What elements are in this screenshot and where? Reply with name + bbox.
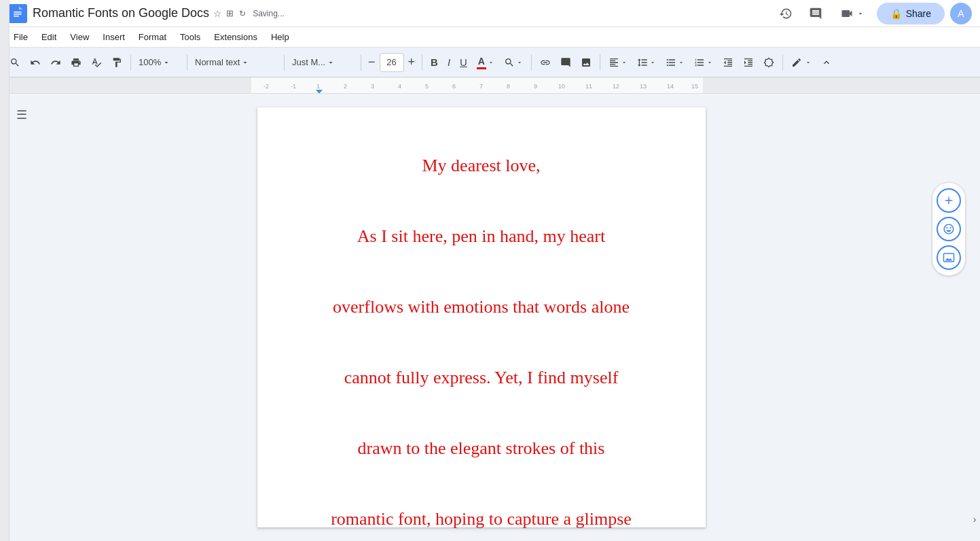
font-label: Just M... (292, 57, 325, 67)
svg-text:2: 2 (344, 83, 347, 90)
font-select[interactable]: Just M... (289, 52, 357, 73)
header-right: 🔒 Share A (774, 1, 972, 26)
sep7 (600, 54, 600, 71)
doc-icon (8, 4, 27, 23)
menu-insert[interactable]: Insert (97, 31, 130, 43)
doc-line-2 (312, 184, 651, 219)
italic-button[interactable]: I (443, 52, 454, 73)
menu-edit[interactable]: Edit (36, 31, 62, 43)
doc-line-10 (312, 466, 651, 502)
menu-format[interactable]: Format (133, 31, 172, 43)
doc-line-12 (312, 537, 651, 541)
highlight-button[interactable] (500, 52, 527, 73)
redo-button[interactable] (46, 52, 65, 73)
star-icon[interactable]: ☆ (213, 8, 222, 19)
right-edge: › (969, 94, 980, 541)
avatar[interactable]: A (950, 3, 972, 24)
toolbar: 100% Normal text Just M... − 26 + B I U … (0, 48, 980, 77)
doc-line-6 (312, 325, 651, 360)
collapse-toolbar-button[interactable] (817, 52, 836, 73)
left-sidebar: ☰ (0, 94, 34, 541)
doc-scroll[interactable]: My dearest love, As I sit here, pen in h… (34, 94, 928, 541)
line-spacing-button[interactable] (633, 52, 660, 73)
lock-icon: 🔒 (890, 8, 902, 19)
share-button[interactable]: 🔒 Share (877, 3, 945, 24)
svg-text:15: 15 (691, 83, 698, 90)
collapse-sidebar-button[interactable]: › (970, 511, 979, 527)
svg-rect-3 (14, 16, 19, 17)
menu-tools[interactable]: Tools (175, 31, 206, 43)
cloud-icon: ↻ (239, 9, 246, 18)
text-color-button[interactable]: A (473, 52, 498, 73)
floating-sidebar (932, 182, 966, 276)
doc-page: My dearest love, As I sit here, pen in h… (257, 107, 706, 527)
bullet-list-button[interactable] (661, 52, 689, 73)
svg-text:12: 12 (613, 83, 619, 90)
share-label: Share (906, 8, 931, 19)
meet-button[interactable] (833, 3, 871, 24)
svg-text:13: 13 (640, 83, 647, 90)
doc-line-7: cannot fully express. Yet, I find myself (312, 360, 651, 396)
increase-font-size-button[interactable]: + (405, 52, 418, 73)
edit-mode-button[interactable] (787, 52, 816, 73)
content-area: ☰ My dearest love, As I sit here, pen in… (0, 94, 980, 541)
increase-indent-button[interactable] (739, 52, 758, 73)
svg-text:-1: -1 (291, 83, 296, 90)
doc-content[interactable]: My dearest love, As I sit here, pen in h… (312, 148, 651, 541)
doc-line-9: drawn to the elegant strokes of this (312, 431, 651, 466)
comment-button[interactable] (803, 1, 828, 26)
svg-text:7: 7 (479, 83, 483, 90)
spellcheck-button[interactable] (87, 52, 106, 73)
right-panel (928, 94, 969, 541)
zoom-select[interactable]: 100% (135, 52, 183, 73)
underline-button[interactable]: U (456, 52, 471, 73)
doc-line-5: overflows with emotions that words alone (312, 290, 651, 325)
text-color-wrapper: A (477, 56, 486, 69)
svg-text:4: 4 (398, 83, 401, 90)
outline-icon[interactable]: ☰ (16, 108, 27, 122)
comment-toolbar-button[interactable] (556, 52, 575, 73)
svg-text:5: 5 (425, 83, 429, 90)
print-button[interactable] (67, 52, 86, 73)
svg-text:-2: -2 (264, 83, 269, 90)
svg-text:11: 11 (585, 83, 592, 90)
svg-rect-5 (0, 77, 251, 93)
history-button[interactable] (774, 1, 798, 26)
doc-title-row: Romantic Fonts on Google Docs ☆ ⊞ ↻ Savi… (33, 6, 768, 20)
font-size-display[interactable]: 26 (380, 53, 404, 72)
svg-text:14: 14 (667, 83, 674, 90)
doc-line-11: romantic font, hoping to capture a glimp… (312, 502, 651, 537)
svg-text:1: 1 (316, 83, 320, 90)
ruler: -2 -1 1 2 3 4 5 6 7 8 9 10 11 12 13 14 1… (0, 77, 980, 94)
folder-icon[interactable]: ⊞ (226, 8, 234, 18)
link-button[interactable] (536, 52, 555, 73)
title-bar: Romantic Fonts on Google Docs ☆ ⊞ ↻ Savi… (0, 0, 980, 27)
menu-extensions[interactable]: Extensions (208, 31, 263, 43)
undo-button[interactable] (26, 52, 45, 73)
doc-line-3: As I sit here, pen in hand, my heart (312, 219, 651, 254)
svg-rect-6 (703, 77, 980, 93)
emoji-button[interactable] (937, 217, 961, 241)
style-select[interactable]: Normal text (192, 52, 280, 73)
decrease-font-size-button[interactable]: − (365, 52, 378, 73)
decrease-indent-button[interactable] (719, 52, 738, 73)
sep1 (130, 54, 131, 71)
menu-help[interactable]: Help (266, 31, 295, 43)
image-insert-button[interactable] (937, 245, 961, 270)
saving-status: Saving... (253, 9, 285, 18)
svg-text:10: 10 (558, 83, 565, 90)
paint-format-button[interactable] (107, 52, 126, 73)
add-content-button[interactable] (937, 188, 961, 213)
bold-button[interactable]: B (427, 52, 442, 73)
sep5 (422, 54, 422, 71)
image-toolbar-button[interactable] (577, 52, 596, 73)
clear-formatting-button[interactable] (759, 52, 778, 73)
menu-file[interactable]: File (8, 31, 33, 43)
zoom-value: 100% (139, 57, 161, 67)
svg-rect-2 (14, 14, 22, 15)
numbered-list-button[interactable] (690, 52, 717, 73)
doc-title[interactable]: Romantic Fonts on Google Docs (33, 6, 209, 20)
align-button[interactable] (604, 52, 632, 73)
sep4 (361, 54, 361, 71)
menu-view[interactable]: View (65, 31, 94, 43)
